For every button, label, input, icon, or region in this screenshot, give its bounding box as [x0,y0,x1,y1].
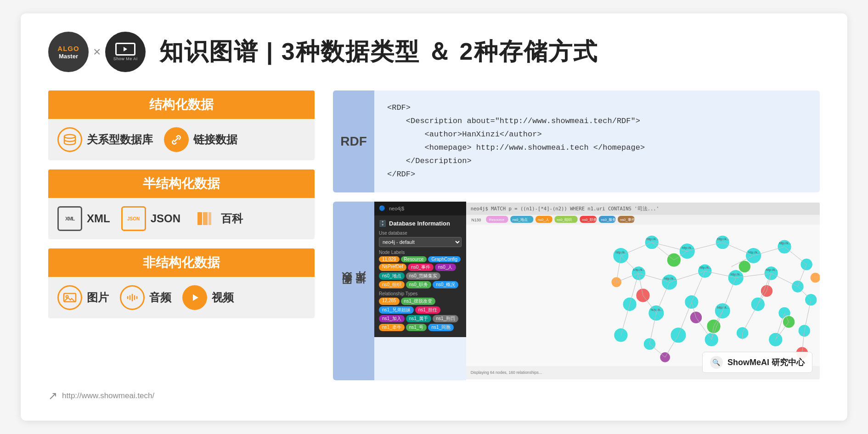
structured-section: 结构化数据 关系型数据库 [48,90,315,160]
svg-text:neo4j$ MATCH p = ((n1)-[*4]-(n: neo4j$ MATCH p = ((n1)-[*4]-(n2)) WHERE … [471,206,659,211]
audio-label: 音频 [149,290,171,305]
cursor-icon: ↗ [48,389,57,402]
svg-text:Resource: Resource [489,218,504,222]
logo-area: ALGO Master × Show Me AI [48,32,146,72]
relational-db-label: 关系型数据库 [87,132,153,147]
svg-text:http://k...: http://k... [779,242,791,245]
json-icon: JSON [121,206,146,231]
tag-rel8: ns1_号 [406,324,427,331]
tag-resource: Resource [401,256,427,262]
svg-text:N130: N130 [472,218,481,222]
content: 结构化数据 关系型数据库 [48,90,820,380]
cross-icon: × [93,45,101,59]
svg-text:http://k...: http://k... [731,272,743,276]
graphdb-box: 图数据库 🔵 neo4j$ 🗄️ Database Information [333,202,820,380]
svg-text:http://k...: http://k... [748,250,760,254]
structured-header: 结构化数据 [48,90,315,119]
svg-text:http://k...: http://k... [717,237,729,241]
rdf-code: <RDF> <Description about="http://www.sho… [374,90,658,192]
svg-text:ns0_职务: ns0_职务 [582,218,597,222]
video-icon [182,285,207,310]
neo4j-sidebar: 🗄️ Database Information Use database neo… [374,215,466,337]
linked-data-label: 链接数据 [193,132,237,147]
item-encyclopedia: 百科 [192,206,243,231]
structured-body: 关系型数据库 链接数据 [48,119,315,160]
svg-text:ns0_人: ns0_人 [538,218,549,222]
tag-rel9: ns1_同胞 [428,324,454,331]
tag-rel4: ns1_加入 [379,315,405,322]
item-audio: 音频 [120,285,171,310]
svg-text:http://k...: http://k... [664,277,676,281]
xml-icon: XML [57,206,82,231]
svg-point-81 [810,272,820,283]
tag-duty: ns0_职务 [406,281,432,288]
tag-rel5: ns1_属于 [406,315,432,322]
watermark-text: ShowMeAI 研究中心 [727,357,805,368]
link-icon [164,127,189,152]
tag-rel1: ns1_摆脱改变 [401,298,436,305]
showme-screen-icon [115,43,135,56]
item-xml: XML XML [57,206,110,231]
semi-structured-section: 半结构化数据 XML XML JSON JSON [48,169,315,239]
tag-rel6: ns1_刑罚 [433,315,458,322]
unstructured-section: 非结构化数据 图片 [48,248,315,318]
database-icon [57,127,82,152]
slide: ALGO Master × Show Me AI 知识图谱 | 3种数据类型 ＆… [21,13,847,420]
svg-text:ns0_服务: ns0_服务 [601,218,616,222]
watermark: 🔍 ShowMeAI 研究中心 [702,352,812,373]
tag-event: ns0_事件 [408,264,434,271]
graphdb-label: 图数据库 [333,202,374,380]
svg-text:http://k...: http://k... [766,268,778,272]
item-video: 视频 [182,285,234,310]
tag-org: ns0_组织 [379,281,405,288]
algo-bot-text: Master [59,53,78,60]
graph-visualization: neo4j$ MATCH p = ((n1)-[*4]-(n2)) WHERE … [466,202,820,380]
watermark-logo-icon: 🔍 [710,356,723,369]
item-image: 图片 [57,285,109,310]
svg-text:http://k...: http://k... [699,266,711,270]
tag-place: ns0_地点 [379,272,405,280]
svg-text:http://k...: http://k... [633,268,645,272]
svg-text:ns0_组织: ns0_组织 [557,218,572,222]
unstructured-body: 图片 音频 [48,277,315,318]
header: ALGO Master × Show Me AI 知识图谱 | 3种数据类型 ＆… [48,32,820,72]
algo-top-text: ALGO [57,45,79,53]
neo4j-topbar-label: neo4j$ [389,206,404,211]
semi-structured-body: XML XML JSON JSON [48,198,315,239]
showme-label: Show Me AI [113,56,138,61]
rdf-box: RDF <RDF> <Description about="http://www… [333,90,820,192]
tag-rel7: ns1_牵牛 [379,324,405,331]
book-icon [192,206,216,231]
rel-types-title: Relationship Types [379,291,462,296]
footer-url: http://www.showmeai.tech/ [62,391,154,400]
item-linked-data: 链接数据 [164,127,237,152]
svg-text:Displaying 64 nodes, 160 relat: Displaying 64 nodes, 160 relationships..… [471,370,542,375]
left-panel: 结构化数据 关系型数据库 [48,90,315,380]
svg-text:http://k...: http://k... [682,246,694,250]
image-label: 图片 [87,290,109,305]
svg-point-0 [64,135,75,138]
footer: ↗ http://www.showmeai.tech/ [48,389,820,402]
svg-marker-11 [193,294,198,301]
db-title: 🗄️ Database Information [379,220,462,227]
tag-gaikuang: ns0_概况 [433,281,458,288]
tag-rel3: ns1_担任 [415,306,441,314]
svg-rect-3 [209,212,211,225]
node-labels-title: Node Labels [379,250,462,255]
json-label: JSON [151,212,180,225]
svg-text:http://k...: http://k... [647,237,659,241]
node-tags: 11,029 Resource GraphConfig NsPrefDef ns… [379,256,462,288]
tag-rel2: ns1_兄弟姐妹 [379,306,414,314]
db-select[interactable]: neo4j - default [379,237,462,247]
tag-count: 11,029 [379,256,400,262]
tag-fancha: ns0_范畴集实 [406,272,441,280]
svg-rect-1 [197,212,202,225]
logo-algo: ALGO Master [48,32,89,72]
tag-rel-count: 12,285 [379,298,400,305]
tag-graphconfig: GraphConfig [428,256,461,262]
tag-nspredef: NsPrefDef [379,264,406,271]
graphdb-content: 🔵 neo4j$ 🗄️ Database Information Use dat… [374,202,820,380]
xml-label: XML [87,212,110,225]
svg-text:ns0_事件: ns0_事件 [620,218,635,222]
neo4j-topbar: 🔵 neo4j$ [374,202,466,215]
